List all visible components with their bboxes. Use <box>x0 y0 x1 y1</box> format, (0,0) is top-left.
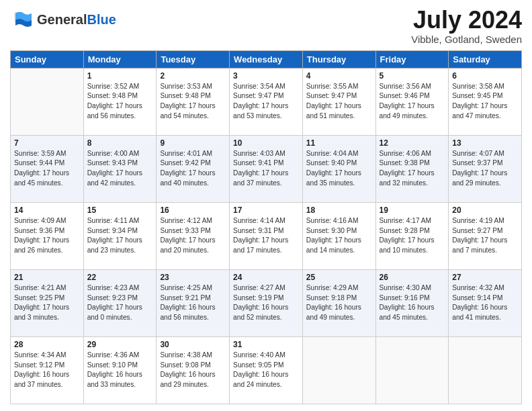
calendar-cell: 9Sunrise: 4:01 AM Sunset: 9:42 PM Daylig… <box>157 135 230 202</box>
page: GeneralBlue July 2024 Vibble, Gotland, S… <box>0 0 532 411</box>
calendar-cell: 18Sunrise: 4:16 AM Sunset: 9:30 PM Dayli… <box>302 202 375 269</box>
day-info: Sunrise: 4:36 AM Sunset: 9:10 PM Dayligh… <box>87 351 153 390</box>
title-block: July 2024 Vibble, Gotland, Sweden <box>411 7 522 45</box>
day-number: 6 <box>452 71 518 81</box>
calendar-cell: 4Sunrise: 3:55 AM Sunset: 9:47 PM Daylig… <box>302 68 375 135</box>
day-info: Sunrise: 4:19 AM Sunset: 9:27 PM Dayligh… <box>452 216 518 256</box>
day-number: 16 <box>160 205 226 215</box>
calendar-header-wednesday: Wednesday <box>230 50 303 68</box>
day-number: 5 <box>380 71 445 81</box>
day-number: 23 <box>160 273 226 282</box>
calendar-cell: 6Sunrise: 3:58 AM Sunset: 9:45 PM Daylig… <box>449 68 522 135</box>
calendar-cell: 29Sunrise: 4:36 AM Sunset: 9:10 PM Dayli… <box>83 336 157 404</box>
day-info: Sunrise: 3:59 AM Sunset: 9:44 PM Dayligh… <box>14 149 80 189</box>
day-info: Sunrise: 4:16 AM Sunset: 9:30 PM Dayligh… <box>306 216 372 256</box>
day-number: 18 <box>306 205 372 215</box>
calendar-cell: 24Sunrise: 4:27 AM Sunset: 9:19 PM Dayli… <box>230 269 303 336</box>
calendar-cell: 13Sunrise: 4:07 AM Sunset: 9:37 PM Dayli… <box>449 135 522 202</box>
calendar-cell: 2Sunrise: 3:53 AM Sunset: 9:48 PM Daylig… <box>157 68 230 135</box>
calendar-cell: 25Sunrise: 4:29 AM Sunset: 9:18 PM Dayli… <box>302 269 375 336</box>
location: Vibble, Gotland, Sweden <box>411 34 522 45</box>
calendar-cell: 30Sunrise: 4:38 AM Sunset: 9:08 PM Dayli… <box>157 336 230 404</box>
calendar-header-tuesday: Tuesday <box>157 50 230 68</box>
day-number: 28 <box>14 340 80 349</box>
day-number: 9 <box>160 138 226 148</box>
day-number: 30 <box>160 340 226 349</box>
logo-blue: Blue <box>87 12 116 27</box>
calendar-header-row: SundayMondayTuesdayWednesdayThursdayFrid… <box>11 50 522 68</box>
calendar-cell: 5Sunrise: 3:56 AM Sunset: 9:46 PM Daylig… <box>375 68 449 135</box>
day-number: 13 <box>452 138 518 148</box>
day-number: 2 <box>160 71 226 81</box>
logo-icon <box>10 7 36 32</box>
day-info: Sunrise: 4:14 AM Sunset: 9:31 PM Dayligh… <box>233 216 299 256</box>
day-info: Sunrise: 4:04 AM Sunset: 9:40 PM Dayligh… <box>306 149 372 189</box>
day-info: Sunrise: 4:09 AM Sunset: 9:36 PM Dayligh… <box>14 216 80 256</box>
calendar-cell: 1Sunrise: 3:52 AM Sunset: 9:48 PM Daylig… <box>83 68 157 135</box>
calendar-cell <box>11 68 84 135</box>
logo-general: General <box>37 12 87 27</box>
day-info: Sunrise: 4:07 AM Sunset: 9:37 PM Dayligh… <box>452 149 518 189</box>
day-number: 10 <box>233 138 299 148</box>
day-info: Sunrise: 4:34 AM Sunset: 9:12 PM Dayligh… <box>14 351 80 390</box>
day-info: Sunrise: 4:17 AM Sunset: 9:28 PM Dayligh… <box>380 216 445 256</box>
calendar-cell: 26Sunrise: 4:30 AM Sunset: 9:16 PM Dayli… <box>375 269 449 336</box>
month-title: July 2024 <box>411 7 522 34</box>
calendar-header-friday: Friday <box>375 50 449 68</box>
day-number: 22 <box>87 273 153 282</box>
day-info: Sunrise: 4:27 AM Sunset: 9:19 PM Dayligh… <box>233 283 299 323</box>
day-info: Sunrise: 4:30 AM Sunset: 9:16 PM Dayligh… <box>380 283 445 323</box>
header: GeneralBlue July 2024 Vibble, Gotland, S… <box>10 7 522 45</box>
day-info: Sunrise: 3:52 AM Sunset: 9:48 PM Dayligh… <box>87 82 153 122</box>
calendar-cell: 27Sunrise: 4:32 AM Sunset: 9:14 PM Dayli… <box>449 269 522 336</box>
calendar-cell: 31Sunrise: 4:40 AM Sunset: 9:05 PM Dayli… <box>230 336 303 404</box>
logo: GeneralBlue <box>10 7 116 32</box>
day-info: Sunrise: 4:12 AM Sunset: 9:33 PM Dayligh… <box>160 216 226 256</box>
day-info: Sunrise: 3:58 AM Sunset: 9:45 PM Dayligh… <box>452 82 518 122</box>
day-info: Sunrise: 4:29 AM Sunset: 9:18 PM Dayligh… <box>306 283 372 323</box>
calendar-cell: 10Sunrise: 4:03 AM Sunset: 9:41 PM Dayli… <box>230 135 303 202</box>
day-info: Sunrise: 3:54 AM Sunset: 9:47 PM Dayligh… <box>233 82 299 122</box>
day-info: Sunrise: 4:01 AM Sunset: 9:42 PM Dayligh… <box>160 149 226 189</box>
calendar-week-2: 7Sunrise: 3:59 AM Sunset: 9:44 PM Daylig… <box>11 135 522 202</box>
day-info: Sunrise: 4:21 AM Sunset: 9:25 PM Dayligh… <box>14 283 80 323</box>
calendar-header-monday: Monday <box>83 50 157 68</box>
calendar-cell: 15Sunrise: 4:11 AM Sunset: 9:34 PM Dayli… <box>83 202 157 269</box>
calendar-header-sunday: Sunday <box>11 50 84 68</box>
day-number: 11 <box>306 138 372 148</box>
logo-text: GeneralBlue <box>37 13 116 26</box>
day-number: 29 <box>87 340 153 349</box>
day-info: Sunrise: 4:03 AM Sunset: 9:41 PM Dayligh… <box>233 149 299 189</box>
day-number: 1 <box>87 71 153 81</box>
calendar-cell: 19Sunrise: 4:17 AM Sunset: 9:28 PM Dayli… <box>375 202 449 269</box>
day-number: 27 <box>452 273 518 282</box>
day-info: Sunrise: 4:25 AM Sunset: 9:21 PM Dayligh… <box>160 283 226 323</box>
day-number: 3 <box>233 71 299 81</box>
day-info: Sunrise: 3:53 AM Sunset: 9:48 PM Dayligh… <box>160 82 226 122</box>
day-number: 8 <box>87 138 153 148</box>
calendar-cell <box>449 336 522 404</box>
day-number: 12 <box>380 138 445 148</box>
day-number: 17 <box>233 205 299 215</box>
day-info: Sunrise: 4:23 AM Sunset: 9:23 PM Dayligh… <box>87 283 153 323</box>
calendar-cell <box>302 336 375 404</box>
calendar-cell: 17Sunrise: 4:14 AM Sunset: 9:31 PM Dayli… <box>230 202 303 269</box>
calendar-header-thursday: Thursday <box>302 50 375 68</box>
calendar-week-1: 1Sunrise: 3:52 AM Sunset: 9:48 PM Daylig… <box>11 68 522 135</box>
day-number: 4 <box>306 71 372 81</box>
day-number: 14 <box>14 205 80 215</box>
calendar-cell: 21Sunrise: 4:21 AM Sunset: 9:25 PM Dayli… <box>11 269 84 336</box>
day-number: 26 <box>380 273 445 282</box>
calendar-cell: 3Sunrise: 3:54 AM Sunset: 9:47 PM Daylig… <box>230 68 303 135</box>
day-number: 15 <box>87 205 153 215</box>
calendar-cell: 28Sunrise: 4:34 AM Sunset: 9:12 PM Dayli… <box>11 336 84 404</box>
day-info: Sunrise: 4:40 AM Sunset: 9:05 PM Dayligh… <box>233 351 299 390</box>
day-info: Sunrise: 4:00 AM Sunset: 9:43 PM Dayligh… <box>87 149 153 189</box>
day-number: 31 <box>233 340 299 349</box>
calendar-week-5: 28Sunrise: 4:34 AM Sunset: 9:12 PM Dayli… <box>11 336 522 404</box>
calendar-body: 1Sunrise: 3:52 AM Sunset: 9:48 PM Daylig… <box>11 68 522 404</box>
calendar-cell: 14Sunrise: 4:09 AM Sunset: 9:36 PM Dayli… <box>11 202 84 269</box>
day-info: Sunrise: 4:38 AM Sunset: 9:08 PM Dayligh… <box>160 351 226 390</box>
calendar-cell: 7Sunrise: 3:59 AM Sunset: 9:44 PM Daylig… <box>11 135 84 202</box>
day-info: Sunrise: 4:11 AM Sunset: 9:34 PM Dayligh… <box>87 216 153 256</box>
